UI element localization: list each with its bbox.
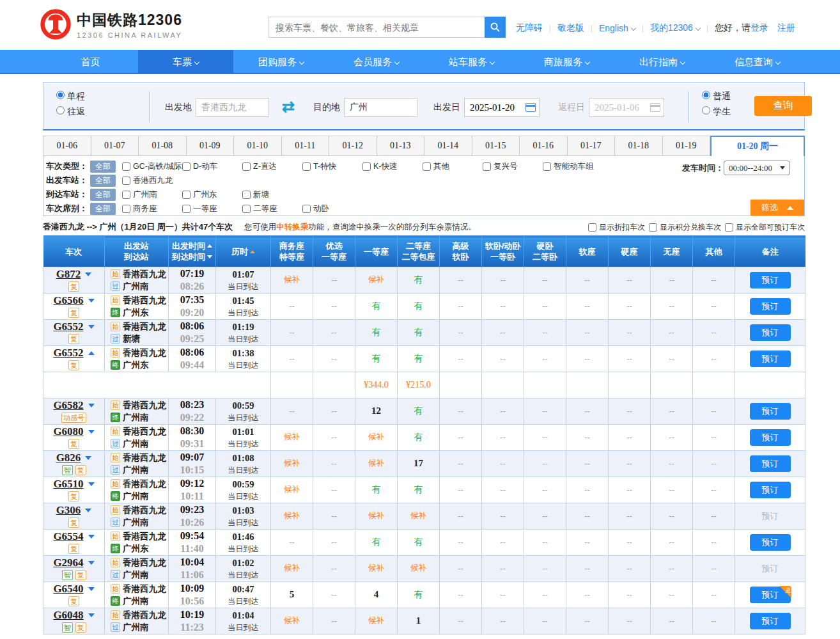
date-tab[interactable]: 01-14 [424,136,472,156]
expand-icon[interactable] [88,299,95,303]
display-option-checkbox[interactable]: 显示全部可预订车次 [725,222,805,233]
top-link-accessible[interactable]: 无障碍 [516,22,543,34]
date-tab[interactable]: 01-07 [91,136,139,156]
date-tab[interactable]: 01-09 [187,136,235,156]
passenger-student-radio[interactable]: 学生 [702,106,731,118]
date-tab[interactable]: 01-15 [472,136,520,156]
checkbox[interactable] [182,205,191,213]
train-code-link[interactable]: G826 [56,452,81,464]
checkbox[interactable] [122,162,130,171]
column-header[interactable]: 出发时间到达时间 [169,236,216,267]
checkbox[interactable] [588,223,596,232]
filter-option-checkbox[interactable]: 香港西九龙 [122,175,182,186]
train-code-link[interactable]: G6540 [53,583,83,595]
column-header[interactable]: 车次 [43,236,105,267]
train-code-link[interactable]: G6554 [53,530,83,542]
filter-all-badge[interactable]: 全部 [90,189,116,201]
trip-oneway-radio[interactable]: 单程 [56,91,85,102]
checkbox[interactable] [242,162,251,171]
filter-option-checkbox[interactable]: 智能动车组 [543,161,603,172]
top-link-my12306[interactable]: 我的12306 [650,22,693,34]
train-code-link[interactable]: G6048 [53,609,83,621]
sort-desc-icon[interactable] [207,255,212,258]
display-option-checkbox[interactable]: 显示折扣车次 [588,222,645,233]
train-code-link[interactable]: G306 [56,504,81,516]
column-header[interactable]: 高级软卧 [440,236,482,267]
nav-item-tickets[interactable]: 车票 [138,50,233,74]
date-tab[interactable]: 01-06 [43,136,91,156]
date-tab[interactable]: 01-19 [663,136,711,156]
filter-option-checkbox[interactable]: 其他 [423,161,483,172]
register-link[interactable]: 注册 [777,22,795,34]
trip-round-radio[interactable]: 往返 [56,106,85,118]
column-header[interactable]: 历时 [216,236,271,267]
filter-all-badge[interactable]: 全部 [90,203,116,215]
book-button[interactable]: 预订 [750,613,791,629]
expand-icon[interactable] [88,325,95,329]
filter-option-checkbox[interactable]: GC-高铁/城际 [122,161,182,172]
calendar-icon[interactable] [525,103,536,112]
column-header[interactable]: 优选一等座 [313,236,355,267]
expand-icon[interactable] [88,587,95,591]
nav-item-home[interactable]: 首页 [43,50,138,74]
book-button[interactable]: 预订 [750,272,791,288]
checkbox[interactable] [122,191,130,199]
date-tab-selected[interactable]: 01-20 周一 [710,136,805,156]
expand-icon[interactable] [88,430,95,434]
checkbox[interactable] [242,191,251,199]
column-header[interactable]: 出发站到达站 [105,236,169,267]
passenger-normal-radio[interactable]: 普通 [702,91,731,102]
collapse-icon[interactable] [88,351,95,355]
book-button[interactable]: 预订 [750,298,791,315]
date-tab[interactable]: 01-08 [139,136,187,156]
date-tab[interactable]: 01-18 [615,136,663,156]
search-button[interactable] [485,17,506,38]
sort-asc-icon[interactable] [207,244,212,248]
column-header[interactable]: 软卧/动卧一等卧 [482,236,524,267]
expand-icon[interactable] [88,613,95,617]
column-header[interactable]: 软座 [566,236,609,267]
date-tab[interactable]: 01-13 [377,136,425,156]
filter-all-badge[interactable]: 全部 [90,175,116,187]
nav-item-guide[interactable]: 出行指南 [614,50,710,74]
query-button[interactable]: 查询 [754,96,812,116]
checkbox[interactable] [362,162,371,171]
filter-option-checkbox[interactable]: 广州东 [182,189,242,200]
book-button[interactable]: 预订 [750,429,791,446]
train-code-link[interactable]: G6510 [53,478,83,490]
login-link[interactable]: 登录 [751,22,768,34]
nav-item-member[interactable]: 会员服务 [329,50,424,74]
filter-button[interactable]: 筛选 [751,200,804,216]
train-code-link[interactable]: G6552 [53,347,83,359]
column-header[interactable]: 一等座 [355,236,398,267]
from-station-input[interactable] [196,98,269,117]
filter-option-checkbox[interactable]: 一等座 [182,203,242,214]
filter-option-checkbox[interactable]: 二等座 [242,203,302,214]
date-tab[interactable]: 01-10 [234,136,282,156]
filter-option-checkbox[interactable]: 新塘 [242,189,302,200]
train-code-link[interactable]: G6582 [53,399,83,411]
top-link-english[interactable]: English [599,23,628,33]
date-tab[interactable]: 01-17 [568,136,616,156]
display-option-checkbox[interactable]: 显示积分兑换车次 [649,222,721,233]
train-code-link[interactable]: G6552 [53,320,83,333]
site-search-input[interactable] [268,17,485,38]
nav-item-business[interactable]: 商旅服务 [519,50,614,74]
book-button[interactable]: 预订 [750,482,791,498]
column-header[interactable]: 硬座 [609,236,651,267]
checkbox[interactable] [423,162,431,171]
column-header[interactable]: 无座 [651,236,693,267]
checkbox[interactable] [122,205,130,213]
checkbox[interactable] [543,162,551,171]
column-header[interactable]: 其他 [693,236,735,267]
expand-icon[interactable] [85,509,91,512]
column-header[interactable]: 商务座特等座 [271,236,313,267]
train-code-link[interactable]: G6566 [53,294,83,306]
filter-option-checkbox[interactable]: 动卧 [302,203,362,214]
checkbox[interactable] [182,191,191,199]
filter-option-checkbox[interactable]: K-快速 [362,161,423,172]
checkbox[interactable] [649,223,657,232]
date-tab[interactable]: 01-16 [520,136,568,156]
column-header[interactable]: 二等座二等包座 [398,236,440,267]
nav-item-info[interactable]: 信息查询 [710,50,805,74]
